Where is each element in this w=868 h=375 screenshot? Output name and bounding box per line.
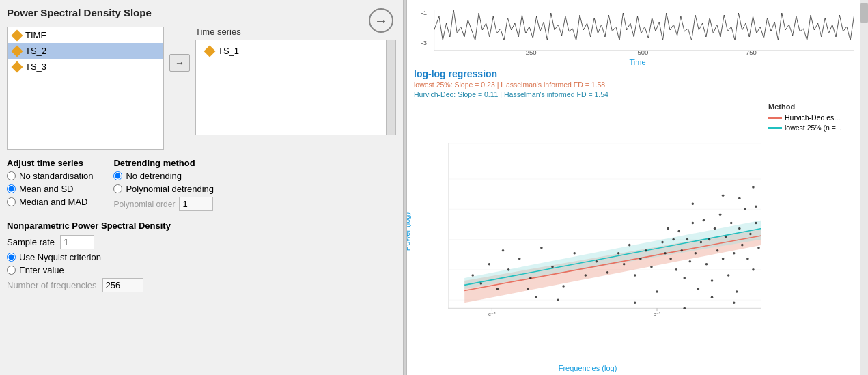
radio-poly-detrend[interactable]: Polynomial detrending	[113, 184, 214, 194]
nonparam-title: Nonparametric Power Spectral Density	[7, 221, 396, 231]
radio-median-mad-input[interactable]	[7, 197, 16, 206]
legend-item-lowest25: lowest 25% (n =...	[768, 124, 858, 132]
scrollbar-thumb[interactable]	[860, 3, 868, 23]
radio-enter-value[interactable]: Enter value	[7, 265, 396, 275]
num-freq-input[interactable]	[102, 278, 143, 292]
ts-scrollbar[interactable]	[386, 40, 395, 135]
radio-enter-value-input[interactable]	[7, 266, 16, 275]
svg-point-67	[714, 227, 716, 230]
time-series-label: Time series	[195, 27, 396, 37]
time-series-box[interactable]: TS_1	[195, 40, 396, 135]
variable-list[interactable]: TIMETS_2TS_3	[7, 27, 164, 150]
svg-text:-3: -3	[421, 40, 427, 46]
legend-item-hurvich: Hurvich-Deo es...	[768, 113, 858, 122]
svg-point-60	[695, 252, 697, 255]
lowest25-legend-label: lowest 25% (n =...	[785, 124, 842, 132]
svg-point-85	[634, 301, 636, 304]
diamond-icon	[12, 61, 23, 72]
var-item[interactable]: TS_3	[8, 59, 163, 74]
svg-point-70	[722, 258, 725, 260]
svg-point-96	[502, 249, 505, 252]
svg-point-71	[725, 236, 727, 238]
variable-area: TIMETS_2TS_3 → Time series TS_1	[7, 27, 396, 150]
scatter-svg: e⁻⁵ e⁻⁴ e⁻³ e⁻² e⁻¹ e⁻⁴ e⁻²	[448, 100, 761, 363]
detrending-title: Detrending method	[113, 158, 214, 168]
diamond-icon	[12, 45, 23, 57]
svg-point-54	[677, 230, 680, 233]
lowest25-legend-line	[768, 127, 782, 129]
svg-point-92	[755, 205, 757, 208]
move-to-ts-button[interactable]: →	[169, 54, 190, 72]
svg-point-34	[551, 266, 554, 268]
radio-median-mad[interactable]: Median and MAD	[7, 197, 93, 207]
sample-rate-input[interactable]	[60, 235, 94, 249]
svg-point-95	[527, 288, 529, 290]
sample-rate-row: Sample rate	[7, 235, 396, 249]
radio-nyquist-input[interactable]	[7, 253, 16, 262]
svg-point-66	[711, 279, 714, 282]
diamond-icon	[12, 29, 23, 41]
settings-row: Adjust time series No standardisation Me…	[7, 158, 396, 211]
radio-mean-sd-label: Mean and SD	[19, 184, 74, 194]
svg-point-32	[529, 277, 532, 279]
svg-point-80	[749, 233, 752, 236]
svg-point-79	[746, 258, 749, 260]
svg-point-78	[744, 208, 746, 211]
svg-point-69	[719, 214, 722, 217]
poly-order-label: Polynomial order	[113, 199, 175, 209]
num-freq-label: Number of frequencies	[7, 280, 97, 290]
annotation-line1: lowest 25%: Slope = 0.23 | Hasselman's i…	[414, 81, 861, 89]
svg-point-76	[738, 227, 741, 230]
y-label-area: Power (log)	[414, 100, 448, 363]
nav-arrow-button[interactable]: →	[369, 8, 393, 33]
svg-point-28	[488, 263, 491, 266]
radio-mean-sd[interactable]: Mean and SD	[7, 184, 93, 194]
svg-point-37	[585, 274, 587, 277]
sample-rate-label: Sample rate	[7, 237, 55, 247]
poly-order-input[interactable]	[179, 197, 213, 211]
svg-point-31	[518, 258, 521, 260]
svg-point-40	[535, 296, 537, 298]
svg-point-43	[628, 244, 631, 247]
svg-point-72	[727, 274, 730, 277]
svg-point-91	[752, 186, 755, 189]
svg-point-93	[683, 307, 686, 309]
svg-point-61	[697, 288, 700, 290]
svg-point-45	[639, 258, 642, 260]
nonparam-section: Nonparametric Power Spectral Density Sam…	[7, 221, 396, 292]
top-chart-svg: -1 -3 250 500 750	[414, 3, 861, 57]
var-item[interactable]: TS_2	[8, 43, 163, 59]
top-chart-area: -1 -3 250 500 750 Time	[414, 3, 861, 64]
radio-no-detrend-input[interactable]	[113, 171, 122, 180]
radio-no-std[interactable]: No standardisation	[7, 171, 93, 181]
left-panel: Power Spectral Density Slope → TIMETS_2T…	[0, 0, 403, 375]
time-series-area: Time series TS_1	[195, 27, 396, 135]
x-axis-label: Frequencies (log)	[414, 364, 761, 372]
svg-point-55	[680, 249, 683, 252]
svg-point-38	[596, 260, 598, 263]
radio-no-detrend-label: No detrending	[126, 171, 182, 181]
svg-point-49	[664, 252, 667, 255]
svg-point-57	[686, 238, 689, 241]
svg-point-47	[650, 266, 653, 268]
svg-point-56	[683, 277, 686, 279]
loglog-title: log-log regression	[414, 68, 861, 79]
radio-enter-value-label: Enter value	[19, 265, 64, 275]
radio-mean-sd-input[interactable]	[7, 184, 16, 193]
right-scrollbar[interactable]	[860, 0, 868, 375]
radio-no-std-input[interactable]	[7, 171, 16, 180]
var-item[interactable]: TIME	[8, 27, 163, 43]
loglog-section: log-log regression lowest 25%: Slope = 0…	[414, 68, 861, 100]
svg-point-39	[606, 271, 609, 274]
svg-point-44	[634, 274, 636, 277]
radio-no-detrend[interactable]: No detrending	[113, 171, 214, 181]
svg-point-29	[496, 288, 499, 290]
svg-point-58	[689, 260, 692, 263]
radio-nyquist[interactable]: Use Nyquist criterion	[7, 252, 396, 262]
svg-point-52	[672, 238, 675, 241]
diamond-icon	[204, 45, 216, 57]
axis-and-chart: Power (log) e⁻⁵ e⁻⁴ e⁻³ e⁻² e⁻¹	[414, 100, 761, 363]
chart-wrapper: Power (log) e⁻⁵ e⁻⁴ e⁻³ e⁻² e⁻¹	[414, 100, 761, 372]
svg-point-87	[733, 301, 736, 304]
radio-poly-detrend-input[interactable]	[113, 184, 122, 193]
